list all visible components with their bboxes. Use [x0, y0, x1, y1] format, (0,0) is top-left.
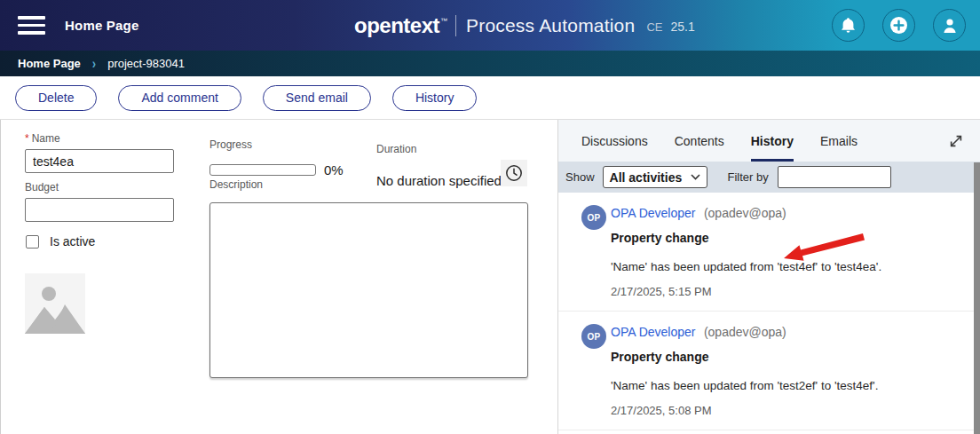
top-header: Home Page opentext ™ Process Automation … [0, 0, 980, 51]
duration-text: No duration specified. [376, 173, 505, 188]
filter-by-label: Filter by [728, 170, 769, 184]
entry-message: 'Name' has been updated from 'test2ef' t… [611, 379, 951, 392]
edition-label: CE [646, 20, 662, 34]
page-title: Home Page [65, 18, 139, 33]
opentext-logo: opentext [354, 13, 439, 38]
activity-panel: Discussions Contents History Emails Show… [558, 120, 980, 434]
is-active-group: Is active [26, 234, 95, 249]
budget-field-group: Budget [25, 181, 174, 222]
add-comment-button[interactable]: Add comment [118, 85, 241, 111]
activity-type-select[interactable]: All activities [603, 166, 707, 188]
trademark-symbol: ™ [440, 17, 447, 25]
activity-entry: OP OPA Developer (opadev@opa) Property c… [558, 430, 974, 434]
description-group: Description [209, 178, 528, 382]
progress-label: Progress [209, 138, 344, 151]
tab-emails[interactable]: Emails [820, 120, 858, 162]
expand-panel-button[interactable] [949, 134, 963, 148]
avatar: OP [581, 324, 606, 349]
name-label: *Name [25, 132, 174, 145]
header-actions [832, 0, 966, 51]
action-button-row: Delete Add comment Send email History [0, 76, 980, 120]
panel-tabs: Discussions Contents History Emails [558, 120, 980, 162]
clock-icon [505, 164, 523, 182]
send-email-button[interactable]: Send email [263, 85, 371, 111]
entry-timestamp: 2/17/2025, 5:08 PM [611, 404, 951, 417]
breadcrumb-chevron-icon: › [92, 56, 96, 72]
name-field-group: *Name [25, 132, 174, 173]
brand-divider [455, 15, 456, 36]
is-active-label: Is active [50, 234, 95, 249]
user-icon [941, 17, 959, 35]
app-window: Home Page opentext ™ Process Automation … [0, 0, 980, 434]
progress-bar [209, 164, 316, 176]
tab-contents[interactable]: Contents [675, 120, 724, 162]
activity-filter-bar: Show All activities Filter by [558, 162, 980, 193]
bell-icon [840, 17, 857, 35]
hamburger-menu-icon[interactable] [18, 12, 45, 39]
progress-value: 0% [324, 162, 344, 178]
duration-picker-button[interactable] [501, 160, 527, 186]
show-label: Show [565, 170, 595, 184]
entry-action: Property change [611, 231, 951, 245]
version-label: 25.1 [670, 20, 694, 34]
entry-author[interactable]: OPA Developer [611, 325, 695, 339]
is-active-checkbox[interactable] [26, 235, 39, 249]
entry-timestamp: 2/17/2025, 5:15 PM [611, 285, 951, 298]
avatar: OP [581, 205, 606, 230]
product-name: Process Automation [466, 15, 635, 36]
tab-discussions[interactable]: Discussions [581, 120, 648, 162]
activity-entry: OP OPA Developer (opadev@opa) Property c… [558, 193, 974, 312]
delete-button[interactable]: Delete [15, 85, 97, 111]
brand-logo: opentext ™ Process Automation CE 25.1 [354, 0, 695, 51]
progress-group: Progress 0% [209, 138, 344, 178]
activity-list: OP OPA Developer (opadev@opa) Property c… [558, 193, 974, 434]
chevron-down-icon [691, 174, 700, 180]
expand-icon [949, 134, 963, 148]
profile-button[interactable] [933, 9, 966, 42]
main-content: *Name Budget Is active [0, 120, 980, 434]
mountain-image-icon [25, 284, 85, 334]
project-form-panel: *Name Budget Is active [0, 120, 558, 434]
add-new-button[interactable] [882, 9, 915, 42]
plus-icon [889, 16, 908, 35]
entry-handle: (opadev@opa) [704, 206, 786, 220]
panel-scrollbar[interactable] [974, 162, 980, 434]
entry-action: Property change [611, 350, 951, 364]
entry-handle: (opadev@opa) [704, 325, 786, 339]
breadcrumb-current: project-983041 [107, 57, 185, 70]
breadcrumb: Home Page › project-983041 [0, 51, 980, 76]
entry-author[interactable]: OPA Developer [611, 206, 695, 220]
notifications-button[interactable] [832, 9, 865, 42]
project-image-placeholder[interactable] [25, 273, 85, 334]
name-input[interactable] [25, 149, 174, 173]
description-textarea[interactable] [209, 202, 528, 378]
budget-input[interactable] [25, 198, 174, 222]
history-button[interactable]: History [392, 85, 478, 111]
duration-group: Duration No duration specified. [376, 143, 505, 188]
breadcrumb-home[interactable]: Home Page [18, 57, 81, 70]
duration-label: Duration [376, 143, 505, 155]
entry-message: 'Name' has been updated from 'test4ef' t… [611, 260, 951, 273]
budget-label: Budget [25, 181, 174, 193]
activity-entry: OP OPA Developer (opadev@opa) Property c… [558, 312, 974, 430]
filter-input[interactable] [778, 166, 891, 188]
required-asterisk: * [25, 132, 29, 145]
tab-history[interactable]: History [751, 120, 794, 162]
